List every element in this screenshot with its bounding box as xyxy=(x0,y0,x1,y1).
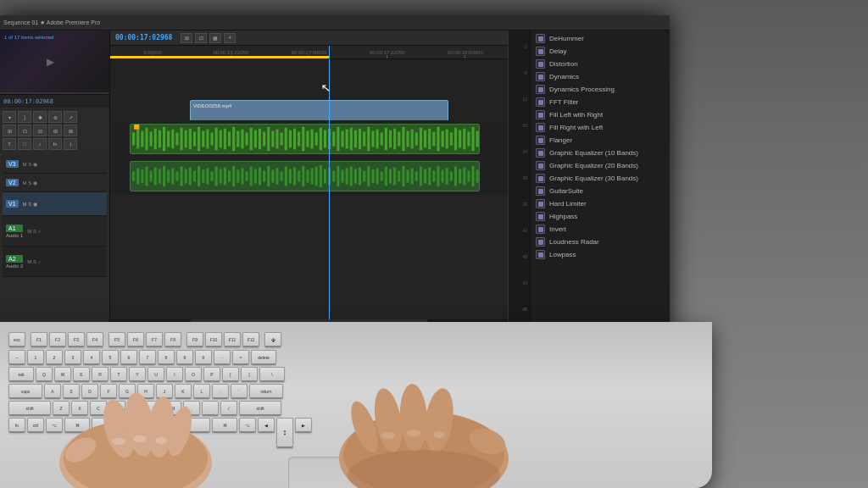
key-h[interactable]: H xyxy=(137,384,154,399)
key-power[interactable]: ⏻ xyxy=(264,332,281,347)
key-fn[interactable]: fn xyxy=(8,418,25,433)
key-u[interactable]: U xyxy=(147,367,164,382)
effect-item-dynamics[interactable]: Dynamics xyxy=(531,70,670,83)
warp-tool[interactable]: ⌇ xyxy=(64,138,77,150)
timeline-btn-3[interactable]: ▦ xyxy=(209,33,221,43)
hand-tool[interactable]: ✱ xyxy=(33,111,47,123)
key-tab[interactable]: tab xyxy=(8,367,34,382)
key-g[interactable]: G xyxy=(119,384,136,399)
key-bracket-right[interactable]: ] xyxy=(241,367,258,382)
effect-item-fill-left[interactable]: Fill Left with Right xyxy=(531,108,670,121)
key-f8[interactable]: F8 xyxy=(164,332,181,347)
audio-clip-2[interactable] xyxy=(130,161,480,191)
key-d[interactable]: D xyxy=(81,384,98,399)
effect-item-eq30[interactable]: Graphic Equalizer (30 Bands) xyxy=(531,172,670,185)
key-f4[interactable]: F4 xyxy=(86,332,103,347)
ripple-tool[interactable]: ⊞ xyxy=(48,125,62,136)
key-m[interactable]: M xyxy=(164,401,181,416)
key-f1[interactable]: F1 xyxy=(31,332,47,347)
key-slash[interactable]: / xyxy=(220,401,237,416)
effect-item-eq20[interactable]: Graphic Equalizer (20 Bands) xyxy=(531,159,670,172)
key-n[interactable]: N xyxy=(146,401,163,416)
effect-item-dehummer[interactable]: DeHummer xyxy=(531,32,670,45)
key-shift-left[interactable]: shift xyxy=(8,401,51,416)
key-semicolon[interactable]: ; xyxy=(212,384,229,399)
key-8[interactable]: 8 xyxy=(158,350,175,365)
key-v[interactable]: V xyxy=(108,401,125,416)
slip-tool[interactable]: ⊡ xyxy=(18,125,31,136)
key-f[interactable]: F xyxy=(100,384,117,399)
pen-tool[interactable]: ↗ xyxy=(64,111,77,123)
key-a[interactable]: A xyxy=(44,384,61,399)
effect-item-delay[interactable]: Delay xyxy=(531,45,670,58)
key-l[interactable]: L xyxy=(193,384,210,399)
key-x[interactable]: X xyxy=(71,401,88,416)
track-select-tool[interactable]: ⊞ xyxy=(3,125,16,136)
key-7[interactable]: 7 xyxy=(139,350,156,365)
timeline-btn-2[interactable]: ⊡ xyxy=(195,33,207,43)
key-1[interactable]: 1 xyxy=(27,350,44,365)
key-z[interactable]: Z xyxy=(53,401,70,416)
key-right[interactable]: ▶ xyxy=(295,418,312,433)
key-f3[interactable]: F3 xyxy=(68,332,85,347)
timeline-btn-1[interactable]: ⊞ xyxy=(181,33,192,43)
effect-item-highpass[interactable]: Highpass xyxy=(531,210,670,223)
key-f12[interactable]: F12 xyxy=(242,332,259,347)
effect-item-dynamics-processing[interactable]: Dynamics Processing xyxy=(531,83,670,96)
key-i[interactable]: I xyxy=(166,367,183,382)
key-5[interactable]: 5 xyxy=(102,350,119,365)
key-quote[interactable]: ' xyxy=(231,384,248,399)
video-clip[interactable]: VIDEO0258.mp4 xyxy=(190,100,448,122)
key-o[interactable]: O xyxy=(185,367,202,382)
key-p[interactable]: P xyxy=(203,367,220,382)
key-6[interactable]: 6 xyxy=(120,350,137,365)
key-space[interactable] xyxy=(92,418,210,433)
key-f11[interactable]: F11 xyxy=(224,332,241,347)
key-3[interactable]: 3 xyxy=(64,350,81,365)
razor-tool[interactable]: ⟆ xyxy=(18,111,31,123)
key-delete[interactable]: delete xyxy=(251,350,276,365)
key-ctrl[interactable]: ctrl xyxy=(27,418,44,433)
audio-tool[interactable]: ♪ xyxy=(33,138,47,150)
key-left[interactable]: ◀ xyxy=(258,418,275,433)
key-2[interactable]: 2 xyxy=(46,350,63,365)
slide-tool[interactable]: ⊟ xyxy=(33,125,47,136)
timeline-btn-add[interactable]: + xyxy=(224,33,236,43)
key-tilde[interactable]: ~ xyxy=(8,350,25,365)
key-period[interactable]: . xyxy=(202,401,219,416)
key-9[interactable]: 9 xyxy=(176,350,193,365)
effect-item-guitarsuite[interactable]: GuitarSuite xyxy=(531,185,670,197)
effect-item-loudness[interactable]: Loudness Radar xyxy=(531,236,670,248)
key-e[interactable]: E xyxy=(73,367,90,382)
key-f5[interactable]: F5 xyxy=(108,332,125,347)
key-t[interactable]: T xyxy=(110,367,127,382)
key-equals[interactable]: = xyxy=(232,350,249,365)
key-f7[interactable]: F7 xyxy=(146,332,163,347)
key-f10[interactable]: F10 xyxy=(205,332,222,347)
key-caps[interactable]: caps xyxy=(8,384,42,399)
key-alt-right[interactable]: ⌥ xyxy=(239,418,256,433)
key-4[interactable]: 4 xyxy=(83,350,100,365)
roll-tool[interactable]: ⊠ xyxy=(64,125,77,136)
key-minus[interactable]: - xyxy=(214,350,231,365)
key-shift-right[interactable]: shift xyxy=(239,401,281,416)
select-tool[interactable]: ▾ xyxy=(3,111,16,123)
key-r[interactable]: R xyxy=(92,367,108,382)
effect-item-fill-right[interactable]: Fill Right with Left xyxy=(531,121,670,134)
key-up-down[interactable]: ▲ ▼ xyxy=(276,418,293,448)
key-s[interactable]: S xyxy=(63,384,80,399)
key-cmd-left[interactable]: ⌘ xyxy=(64,418,90,433)
zoom-tool[interactable]: ⊕ xyxy=(48,111,62,123)
key-c[interactable]: C xyxy=(90,401,107,416)
effect-item-fft[interactable]: FFT Filter xyxy=(531,96,670,108)
effect-item-flanger[interactable]: Flanger xyxy=(531,134,670,147)
key-f2[interactable]: F2 xyxy=(49,332,66,347)
key-f9[interactable]: F9 xyxy=(186,332,203,347)
key-y[interactable]: Y xyxy=(129,367,146,382)
key-b[interactable]: B xyxy=(127,401,144,416)
effect-item-eq10[interactable]: Graphic Equalizer (10 Bands) xyxy=(531,147,670,159)
effect-item-hard-limiter[interactable]: Hard Limiter xyxy=(531,197,670,210)
effect-item-lowpass[interactable]: Lowpass xyxy=(531,248,670,261)
audio-clip-1[interactable] xyxy=(130,124,480,154)
key-return[interactable]: return xyxy=(249,384,283,399)
